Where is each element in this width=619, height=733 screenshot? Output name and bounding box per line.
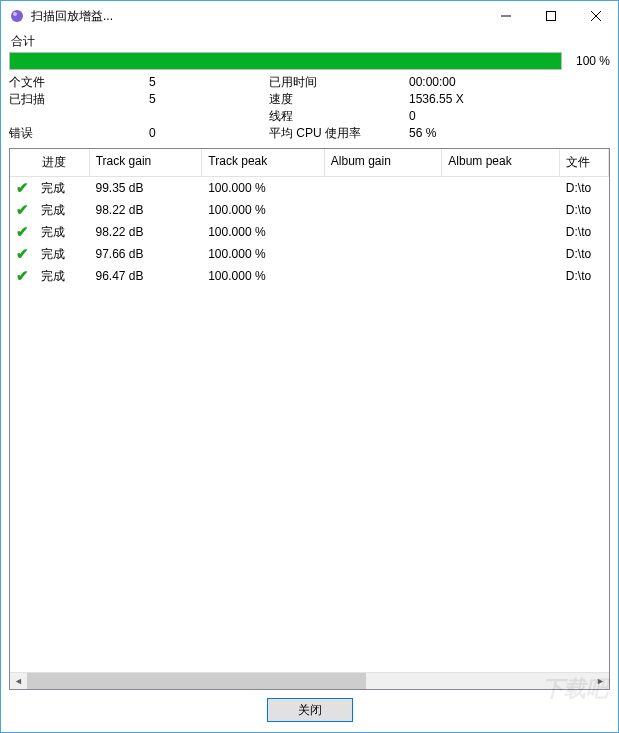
results-table: 进度 Track gain Track peak Album gain Albu… — [9, 148, 610, 690]
track-gain-cell: 99.35 dB — [89, 181, 202, 195]
progress-cell: 完成 — [35, 268, 89, 285]
svg-point-0 — [11, 10, 23, 22]
track-peak-cell: 100.000 % — [202, 247, 324, 261]
file-cell: D:\to — [560, 203, 609, 217]
files-value: 5 — [149, 74, 269, 91]
checkmark-icon: ✔ — [16, 179, 29, 197]
status-cell: ✔ — [10, 267, 35, 285]
track-gain-cell: 96.47 dB — [89, 269, 202, 283]
table-row[interactable]: ✔完成96.47 dB100.000 %D:\to — [10, 265, 609, 287]
status-cell: ✔ — [10, 223, 35, 241]
progress-cell: 完成 — [35, 202, 89, 219]
scrollbar-track[interactable] — [27, 673, 592, 690]
horizontal-scrollbar[interactable]: ◄ ► — [10, 672, 609, 689]
progress-cell: 完成 — [35, 246, 89, 263]
scrollbar-thumb[interactable] — [27, 673, 366, 690]
col-track-gain[interactable]: Track gain — [90, 149, 203, 176]
status-cell: ✔ — [10, 245, 35, 263]
progress-cell: 完成 — [35, 224, 89, 241]
checkmark-icon: ✔ — [16, 201, 29, 219]
threads-label: 线程 — [269, 108, 409, 125]
window-title: 扫描回放增益... — [31, 8, 483, 25]
total-progressbar — [9, 52, 562, 70]
file-cell: D:\to — [560, 247, 609, 261]
stats-grid: 个文件 已扫描 错误 5 5 0 已用时间 速度 线程 平均 CPU 使用率 0… — [9, 74, 610, 142]
footer: 关闭 — [9, 690, 610, 724]
threads-value: 0 — [409, 108, 610, 125]
elapsed-value: 00:00:00 — [409, 74, 610, 91]
app-window: 扫描回放增益... 合计 100 % 个文件 已扫描 — [0, 0, 619, 733]
total-progress-percent: 100 % — [568, 54, 610, 68]
table-header: 进度 Track gain Track peak Album gain Albu… — [10, 149, 609, 177]
status-cell: ✔ — [10, 201, 35, 219]
col-album-peak[interactable]: Album peak — [442, 149, 560, 176]
errors-label: 错误 — [9, 125, 149, 142]
checkmark-icon: ✔ — [16, 223, 29, 241]
track-peak-cell: 100.000 % — [202, 225, 324, 239]
scroll-right-icon[interactable]: ► — [592, 673, 609, 690]
total-progress-row: 100 % — [9, 52, 610, 70]
window-controls — [483, 1, 618, 31]
track-gain-cell: 98.22 dB — [89, 225, 202, 239]
track-peak-cell: 100.000 % — [202, 269, 324, 283]
track-gain-cell: 97.66 dB — [89, 247, 202, 261]
track-gain-cell: 98.22 dB — [89, 203, 202, 217]
col-album-gain[interactable]: Album gain — [325, 149, 443, 176]
col-file[interactable]: 文件 — [560, 149, 609, 176]
progress-cell: 完成 — [35, 180, 89, 197]
scroll-left-icon[interactable]: ◄ — [10, 673, 27, 690]
scanned-label: 已扫描 — [9, 91, 149, 108]
table-body: ✔完成99.35 dB100.000 %D:\to✔完成98.22 dB100.… — [10, 177, 609, 672]
speed-label: 速度 — [269, 91, 409, 108]
status-cell: ✔ — [10, 179, 35, 197]
file-cell: D:\to — [560, 269, 609, 283]
track-peak-cell: 100.000 % — [202, 203, 324, 217]
close-button[interactable]: 关闭 — [267, 698, 353, 722]
speed-value: 1536.55 X — [409, 91, 610, 108]
table-row[interactable]: ✔完成97.66 dB100.000 %D:\to — [10, 243, 609, 265]
minimize-button[interactable] — [483, 1, 528, 31]
elapsed-label: 已用时间 — [269, 74, 409, 91]
checkmark-icon: ✔ — [16, 267, 29, 285]
maximize-button[interactable] — [528, 1, 573, 31]
cpu-label: 平均 CPU 使用率 — [269, 125, 409, 142]
svg-point-1 — [13, 12, 17, 16]
scanned-value: 5 — [149, 91, 269, 108]
table-row[interactable]: ✔完成99.35 dB100.000 %D:\to — [10, 177, 609, 199]
titlebar: 扫描回放增益... — [1, 1, 618, 31]
file-cell: D:\to — [560, 181, 609, 195]
col-status[interactable] — [10, 149, 36, 176]
track-peak-cell: 100.000 % — [202, 181, 324, 195]
errors-value: 0 — [149, 125, 269, 142]
table-row[interactable]: ✔完成98.22 dB100.000 %D:\to — [10, 199, 609, 221]
total-label: 合计 — [9, 31, 610, 52]
files-label: 个文件 — [9, 74, 149, 91]
cpu-value: 56 % — [409, 125, 610, 142]
checkmark-icon: ✔ — [16, 245, 29, 263]
file-cell: D:\to — [560, 225, 609, 239]
content-area: 合计 100 % 个文件 已扫描 错误 5 5 0 已用时间 速度 — [1, 31, 618, 732]
col-track-peak[interactable]: Track peak — [202, 149, 324, 176]
close-window-button[interactable] — [573, 1, 618, 31]
total-progressbar-fill — [10, 53, 561, 69]
svg-rect-3 — [546, 12, 555, 21]
table-row[interactable]: ✔完成98.22 dB100.000 %D:\to — [10, 221, 609, 243]
app-icon — [9, 8, 25, 24]
col-progress[interactable]: 进度 — [36, 149, 90, 176]
